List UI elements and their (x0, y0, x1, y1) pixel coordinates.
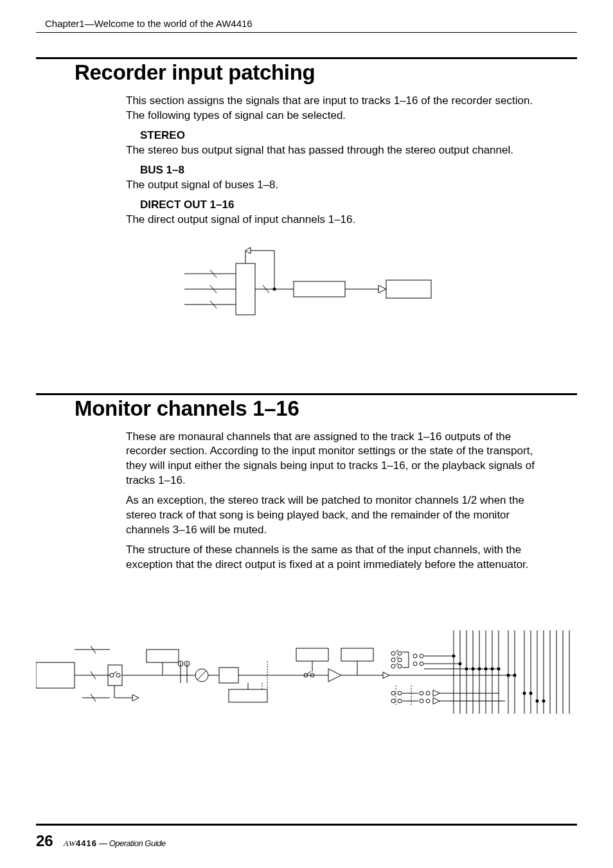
product-logo: AW4416 — Operation Guide (64, 838, 166, 849)
svg-line-36 (197, 671, 206, 680)
subtext-bus: The output signal of buses 1–8. (126, 178, 554, 193)
svg-point-67 (391, 664, 395, 668)
svg-point-65 (398, 658, 402, 662)
subtext-direct: The direct output signal of input channe… (126, 213, 554, 227)
guide-label: — Operation Guide (99, 838, 166, 848)
svg-point-77 (398, 691, 402, 695)
section-title-monitor: Monitor channels 1–16 (36, 396, 577, 421)
svg-point-62 (398, 651, 402, 655)
svg-rect-14 (294, 281, 345, 297)
svg-point-70 (413, 654, 417, 658)
svg-point-64 (391, 658, 395, 662)
page-number: 26 (36, 832, 53, 850)
svg-point-61 (391, 651, 395, 655)
svg-point-76 (391, 691, 395, 695)
svg-point-123 (542, 699, 546, 702)
svg-point-120 (523, 691, 526, 695)
subtext-stereo: The stereo bus output signal that has pa… (126, 143, 554, 158)
section-rule-1 (36, 57, 577, 59)
svg-point-68 (398, 664, 402, 668)
svg-point-111 (459, 662, 462, 665)
svg-rect-17 (386, 280, 431, 298)
section-rule-2 (36, 393, 577, 395)
running-header: Chapter1—Welcome to the world of the AW4… (36, 18, 577, 33)
subhead-stereo-row: STEREO (126, 128, 554, 143)
section2-para1: These are monaural channels that are ass… (126, 430, 554, 489)
svg-point-26 (116, 673, 120, 677)
diagram-monitor-channel (36, 617, 577, 733)
subhead-direct-row: DIRECT OUT 1–16 (126, 198, 554, 213)
subhead-stereo: STEREO (126, 128, 185, 143)
svg-marker-86 (433, 690, 440, 696)
svg-rect-53 (296, 648, 328, 661)
subhead-bus: BUS 1–8 (126, 163, 184, 178)
svg-marker-31 (132, 695, 139, 701)
subhead-bus-row: BUS 1–8 (126, 163, 554, 178)
diagram-recorder-input (172, 244, 441, 347)
section2-para2: As an exception, the stereo track will b… (126, 493, 554, 538)
page-footer: 26 AW4416 — Operation Guide (36, 824, 577, 850)
svg-point-84 (420, 699, 423, 703)
svg-marker-57 (328, 669, 341, 682)
section2-body: These are monaural channels that are ass… (36, 430, 577, 572)
svg-point-71 (420, 654, 423, 658)
svg-point-110 (452, 654, 456, 657)
svg-rect-39 (219, 668, 238, 683)
section2-para3: The structure of these channels is the s… (126, 543, 554, 572)
chapter-tag: Chapter1—Welcome to the world of the AW4… (45, 18, 253, 29)
product-model: 4416 (76, 838, 97, 848)
svg-marker-60 (383, 672, 389, 678)
svg-point-83 (426, 691, 430, 695)
svg-point-122 (536, 699, 539, 702)
svg-marker-16 (378, 285, 386, 293)
svg-rect-18 (36, 662, 75, 688)
svg-rect-55 (341, 648, 373, 661)
svg-marker-9 (245, 247, 251, 254)
svg-point-72 (413, 662, 417, 666)
svg-point-121 (529, 691, 533, 695)
svg-line-63 (396, 650, 398, 652)
svg-point-82 (420, 691, 423, 695)
svg-rect-45 (229, 689, 267, 702)
subhead-direct: DIRECT OUT 1–16 (126, 198, 234, 213)
svg-line-69 (396, 662, 398, 665)
svg-point-79 (398, 699, 402, 703)
svg-point-12 (273, 287, 276, 290)
product-prefix: AW (64, 838, 76, 848)
section1-intro: This section assigns the signals that ar… (126, 94, 554, 123)
svg-rect-6 (236, 263, 255, 315)
section1-body: This section assigns the signals that ar… (36, 94, 577, 227)
svg-rect-33 (147, 650, 179, 662)
svg-line-66 (396, 656, 398, 659)
svg-line-27 (113, 671, 117, 674)
svg-point-78 (391, 699, 395, 703)
svg-point-73 (420, 662, 423, 666)
svg-point-85 (426, 699, 430, 703)
svg-marker-87 (433, 698, 440, 704)
svg-line-52 (307, 671, 311, 674)
section-title-recorder: Recorder input patching (36, 60, 577, 85)
